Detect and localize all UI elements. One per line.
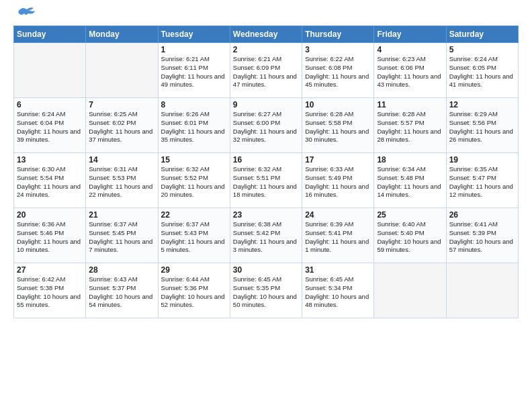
day-number: 10 (305, 100, 371, 109)
day-number: 2 (233, 45, 299, 54)
day-number: 29 (161, 265, 227, 275)
day-number: 1 (161, 45, 227, 54)
calendar-cell (14, 43, 86, 98)
day-number: 21 (89, 210, 154, 220)
day-info: Sunrise: 6:38 AM Sunset: 5:42 PM Dayligh… (233, 220, 299, 255)
day-info: Sunrise: 6:24 AM Sunset: 6:04 PM Dayligh… (17, 110, 83, 144)
calendar-cell: 2Sunrise: 6:21 AM Sunset: 6:09 PM Daylig… (230, 43, 302, 98)
day-info: Sunrise: 6:30 AM Sunset: 5:54 PM Dayligh… (17, 165, 83, 199)
calendar-cell: 14Sunrise: 6:31 AM Sunset: 5:53 PM Dayli… (86, 153, 158, 208)
day-info: Sunrise: 6:31 AM Sunset: 5:53 PM Dayligh… (89, 165, 154, 199)
day-info: Sunrise: 6:32 AM Sunset: 5:51 PM Dayligh… (233, 165, 299, 199)
calendar-cell: 5Sunrise: 6:24 AM Sunset: 6:05 PM Daylig… (446, 43, 518, 98)
day-number: 19 (449, 155, 515, 165)
col-header-wednesday: Wednesday (230, 26, 302, 43)
calendar-cell: 26Sunrise: 6:41 AM Sunset: 5:39 PM Dayli… (446, 208, 518, 263)
week-row-1: 1Sunrise: 6:21 AM Sunset: 6:11 PM Daylig… (14, 43, 519, 98)
day-info: Sunrise: 6:22 AM Sunset: 6:08 PM Dayligh… (305, 55, 371, 89)
col-header-thursday: Thursday (302, 26, 374, 43)
day-number: 22 (161, 210, 227, 220)
calendar-cell (446, 263, 518, 318)
calendar-cell: 20Sunrise: 6:36 AM Sunset: 5:46 PM Dayli… (14, 208, 86, 263)
day-number: 7 (89, 100, 154, 109)
day-number: 9 (233, 100, 299, 109)
day-info: Sunrise: 6:36 AM Sunset: 5:46 PM Dayligh… (17, 220, 83, 255)
day-info: Sunrise: 6:41 AM Sunset: 5:39 PM Dayligh… (449, 220, 515, 255)
week-row-4: 20Sunrise: 6:36 AM Sunset: 5:46 PM Dayli… (14, 208, 519, 263)
day-info: Sunrise: 6:35 AM Sunset: 5:47 PM Dayligh… (449, 165, 515, 199)
calendar-cell (86, 43, 158, 98)
day-info: Sunrise: 6:34 AM Sunset: 5:48 PM Dayligh… (377, 165, 443, 199)
page: SundayMondayTuesdayWednesdayThursdayFrid… (0, 0, 532, 326)
day-info: Sunrise: 6:44 AM Sunset: 5:36 PM Dayligh… (161, 275, 227, 310)
calendar-cell: 25Sunrise: 6:40 AM Sunset: 5:40 PM Dayli… (374, 208, 446, 263)
calendar-cell: 23Sunrise: 6:38 AM Sunset: 5:42 PM Dayli… (230, 208, 302, 263)
day-info: Sunrise: 6:37 AM Sunset: 5:45 PM Dayligh… (89, 220, 154, 255)
day-number: 16 (233, 155, 299, 165)
day-info: Sunrise: 6:26 AM Sunset: 6:01 PM Dayligh… (161, 110, 227, 144)
logo-bird-icon (15, 7, 36, 21)
logo (13, 12, 36, 19)
day-number: 25 (377, 210, 443, 220)
calendar-cell: 1Sunrise: 6:21 AM Sunset: 6:11 PM Daylig… (158, 43, 230, 98)
header (13, 12, 519, 19)
calendar-cell: 21Sunrise: 6:37 AM Sunset: 5:45 PM Dayli… (86, 208, 158, 263)
week-row-3: 13Sunrise: 6:30 AM Sunset: 5:54 PM Dayli… (14, 153, 519, 208)
day-number: 17 (305, 155, 371, 165)
day-info: Sunrise: 6:27 AM Sunset: 6:00 PM Dayligh… (233, 110, 299, 144)
day-number: 30 (233, 265, 299, 275)
day-info: Sunrise: 6:28 AM Sunset: 5:57 PM Dayligh… (377, 110, 443, 144)
calendar-cell: 22Sunrise: 6:37 AM Sunset: 5:43 PM Dayli… (158, 208, 230, 263)
calendar-cell: 16Sunrise: 6:32 AM Sunset: 5:51 PM Dayli… (230, 153, 302, 208)
day-info: Sunrise: 6:32 AM Sunset: 5:52 PM Dayligh… (161, 165, 227, 199)
calendar-cell: 19Sunrise: 6:35 AM Sunset: 5:47 PM Dayli… (446, 153, 518, 208)
day-number: 5 (449, 45, 515, 54)
day-info: Sunrise: 6:21 AM Sunset: 6:09 PM Dayligh… (233, 55, 299, 89)
col-header-friday: Friday (374, 26, 446, 43)
day-number: 11 (377, 100, 443, 109)
calendar-cell: 18Sunrise: 6:34 AM Sunset: 5:48 PM Dayli… (374, 153, 446, 208)
calendar-cell: 13Sunrise: 6:30 AM Sunset: 5:54 PM Dayli… (14, 153, 86, 208)
calendar-cell (374, 263, 446, 318)
day-info: Sunrise: 6:25 AM Sunset: 6:02 PM Dayligh… (89, 110, 154, 144)
day-number: 12 (449, 100, 515, 109)
day-info: Sunrise: 6:42 AM Sunset: 5:38 PM Dayligh… (17, 275, 83, 310)
calendar-cell: 11Sunrise: 6:28 AM Sunset: 5:57 PM Dayli… (374, 98, 446, 153)
calendar-cell: 9Sunrise: 6:27 AM Sunset: 6:00 PM Daylig… (230, 98, 302, 153)
day-info: Sunrise: 6:24 AM Sunset: 6:05 PM Dayligh… (449, 55, 515, 89)
day-number: 8 (161, 100, 227, 109)
day-info: Sunrise: 6:37 AM Sunset: 5:43 PM Dayligh… (161, 220, 227, 255)
day-info: Sunrise: 6:45 AM Sunset: 5:35 PM Dayligh… (233, 275, 299, 310)
calendar-cell: 24Sunrise: 6:39 AM Sunset: 5:41 PM Dayli… (302, 208, 374, 263)
day-info: Sunrise: 6:45 AM Sunset: 5:34 PM Dayligh… (305, 275, 371, 310)
col-header-saturday: Saturday (446, 26, 518, 43)
day-number: 14 (89, 155, 154, 165)
calendar-cell: 7Sunrise: 6:25 AM Sunset: 6:02 PM Daylig… (86, 98, 158, 153)
col-header-monday: Monday (86, 26, 158, 43)
calendar-cell: 12Sunrise: 6:29 AM Sunset: 5:56 PM Dayli… (446, 98, 518, 153)
calendar-cell: 3Sunrise: 6:22 AM Sunset: 6:08 PM Daylig… (302, 43, 374, 98)
day-number: 31 (305, 265, 371, 275)
day-number: 27 (17, 265, 83, 275)
day-info: Sunrise: 6:29 AM Sunset: 5:56 PM Dayligh… (449, 110, 515, 144)
calendar-cell: 28Sunrise: 6:43 AM Sunset: 5:37 PM Dayli… (86, 263, 158, 318)
calendar-cell: 31Sunrise: 6:45 AM Sunset: 5:34 PM Dayli… (302, 263, 374, 318)
day-info: Sunrise: 6:43 AM Sunset: 5:37 PM Dayligh… (89, 275, 154, 310)
day-number: 20 (17, 210, 83, 220)
calendar: SundayMondayTuesdayWednesdayThursdayFrid… (13, 26, 519, 318)
day-number: 23 (233, 210, 299, 220)
col-header-sunday: Sunday (14, 26, 86, 43)
day-info: Sunrise: 6:39 AM Sunset: 5:41 PM Dayligh… (305, 220, 371, 255)
day-info: Sunrise: 6:23 AM Sunset: 6:06 PM Dayligh… (377, 55, 443, 89)
day-number: 26 (449, 210, 515, 220)
calendar-cell: 10Sunrise: 6:28 AM Sunset: 5:58 PM Dayli… (302, 98, 374, 153)
calendar-cell: 8Sunrise: 6:26 AM Sunset: 6:01 PM Daylig… (158, 98, 230, 153)
day-number: 6 (17, 100, 83, 109)
day-info: Sunrise: 6:21 AM Sunset: 6:11 PM Dayligh… (161, 55, 227, 89)
week-row-5: 27Sunrise: 6:42 AM Sunset: 5:38 PM Dayli… (14, 263, 519, 318)
day-info: Sunrise: 6:28 AM Sunset: 5:58 PM Dayligh… (305, 110, 371, 144)
calendar-cell: 6Sunrise: 6:24 AM Sunset: 6:04 PM Daylig… (14, 98, 86, 153)
day-number: 28 (89, 265, 154, 275)
calendar-cell: 27Sunrise: 6:42 AM Sunset: 5:38 PM Dayli… (14, 263, 86, 318)
calendar-cell: 29Sunrise: 6:44 AM Sunset: 5:36 PM Dayli… (158, 263, 230, 318)
